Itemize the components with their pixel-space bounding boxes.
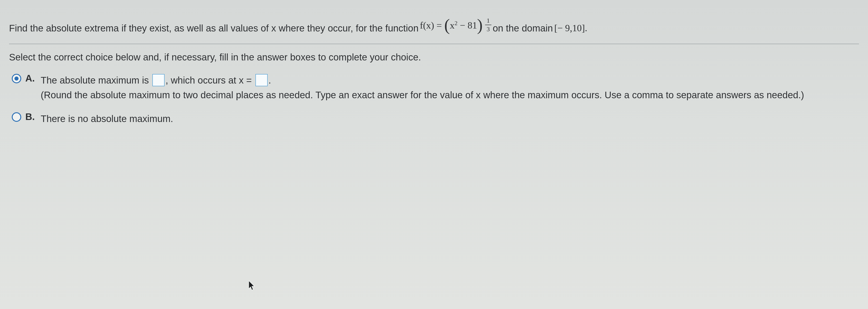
choice-a-label: A. xyxy=(25,73,36,84)
choice-b-row[interactable]: B. There is no absolute maximum. xyxy=(12,111,859,126)
fx-prefix: f(x) = xyxy=(420,20,444,31)
radio-b[interactable] xyxy=(12,112,21,122)
prompt-part1: Find the absolute extrema if they exist,… xyxy=(9,21,418,35)
prompt-part2: on the domain xyxy=(493,21,553,35)
choice-a-body: The absolute maximum is , which occurs a… xyxy=(41,73,804,102)
inner-expr: x2 − 81 xyxy=(450,20,477,31)
domain-text: [− 9,10]. xyxy=(554,21,587,35)
function-expression: f(x) = (x2 − 81) 1 3 xyxy=(420,18,491,38)
choice-a-row[interactable]: A. The absolute maximum is , which occur… xyxy=(12,73,859,102)
choices-group: A. The absolute maximum is , which occur… xyxy=(9,73,859,126)
choice-a-text2: , which occurs at x = xyxy=(165,75,254,86)
exp-num: 1 xyxy=(487,18,490,24)
choice-b-body: There is no absolute maximum. xyxy=(41,111,173,126)
choice-a-text1: The absolute maximum is xyxy=(41,75,151,86)
radio-a[interactable] xyxy=(12,74,21,83)
exponent-fraction: 1 3 xyxy=(485,18,491,32)
choice-a-hint: (Round the absolute maximum to two decim… xyxy=(41,90,804,100)
question-text: Find the absolute extrema if they exist,… xyxy=(9,18,859,38)
abs-max-value-input[interactable] xyxy=(152,74,164,86)
lparen: ( xyxy=(444,21,450,29)
choice-b-text: There is no absolute maximum. xyxy=(41,113,173,124)
choice-b-label: B. xyxy=(25,111,36,122)
radio-a-dot xyxy=(14,77,19,81)
instruction-text: Select the correct choice below and, if … xyxy=(9,50,859,65)
abs-max-x-input[interactable] xyxy=(255,74,268,86)
choice-a-period: . xyxy=(269,75,271,86)
rparen: ) xyxy=(477,21,483,29)
cursor-icon xyxy=(249,281,256,291)
question-panel: Find the absolute extrema if they exist,… xyxy=(0,0,868,144)
exp-den: 3 xyxy=(487,26,490,32)
divider-line xyxy=(9,44,859,44)
frac-bar xyxy=(485,25,491,25)
